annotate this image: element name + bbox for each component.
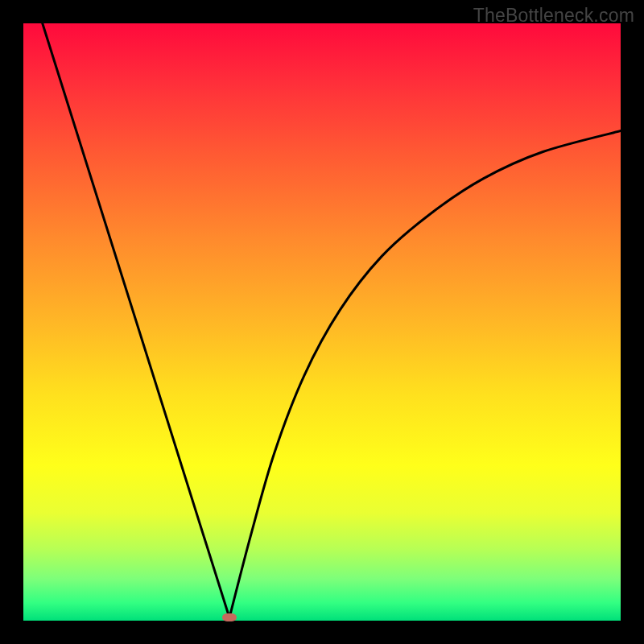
- watermark-text: TheBottleneck.com: [473, 5, 634, 27]
- chart-plot-area: [23, 23, 621, 621]
- curve-path: [43, 23, 621, 617]
- chart-frame: TheBottleneck.com: [0, 0, 644, 644]
- chart-curve: [23, 23, 621, 621]
- chart-marker: [222, 613, 237, 621]
